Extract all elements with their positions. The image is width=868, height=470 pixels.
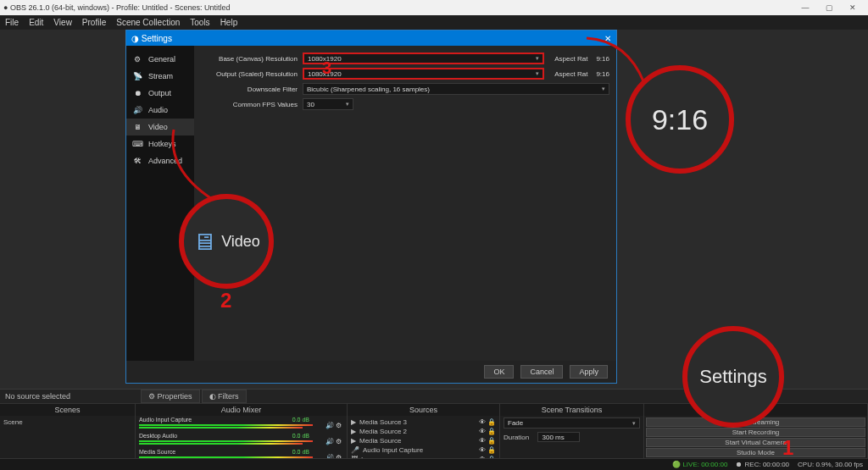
callout-video: 🖥 Video <box>179 194 274 289</box>
gear-icon: ⚙ <box>131 55 143 64</box>
mixer-channel[interactable]: Desktop Audio 0.0 dB 🔊 ⚙ <box>139 434 343 442</box>
apply-button[interactable]: Apply <box>570 365 608 379</box>
menu-help[interactable]: Help <box>220 18 238 27</box>
media-icon: ▶ <box>351 418 356 426</box>
keyboard-icon: ⌨ <box>131 140 143 148</box>
aspect-ratio-label-2: Aspect Rat <box>554 70 587 78</box>
visibility-icon[interactable]: 👁 🔒 <box>479 437 496 445</box>
chevron-down-icon: ▾ <box>346 101 349 108</box>
dialog-icon: ◑ <box>131 34 139 43</box>
menu-edit[interactable]: Edit <box>29 18 43 27</box>
start-recording-button[interactable]: Start Recording <box>646 428 865 437</box>
maximize-button[interactable]: ▢ <box>817 3 841 12</box>
callout-aspect-label: 9:16 <box>652 103 708 136</box>
duration-label: Duration <box>504 434 529 441</box>
monitor-icon: 🖥 <box>192 228 216 256</box>
sources-header: Sources <box>348 404 499 416</box>
nav-hotkeys[interactable]: ⌨Hotkeys <box>126 135 194 152</box>
downscale-filter-combo[interactable]: Bicubic (Sharpened scaling, 16 samples)▾ <box>303 83 609 95</box>
window-titlebar: ● OBS 26.1.0 (64-bit, windows) - Profile… <box>0 0 868 15</box>
transitions-header: Scene Transitions <box>500 404 643 416</box>
speaker-icon: 🔊 <box>131 106 143 114</box>
tools-icon: 🛠 <box>131 157 143 165</box>
aspect-ratio-label: Aspect Rat <box>554 55 587 63</box>
mixer-channel[interactable]: Media Source 0.0 dB 🔊 ⚙ <box>139 451 343 458</box>
visibility-icon[interactable]: 👁 🔒 <box>479 418 496 426</box>
base-resolution-label: Base (Canvas) Resolution <box>201 55 303 63</box>
callout-aspect: 9:16 <box>626 65 734 174</box>
antenna-icon: 📡 <box>131 72 143 80</box>
nav-advanced[interactable]: 🛠Advanced <box>126 152 194 169</box>
speaker-gear-icon[interactable]: 🔊 ⚙ <box>326 422 342 429</box>
cancel-button[interactable]: Cancel <box>520 365 563 379</box>
nav-general[interactable]: ⚙General <box>126 51 194 68</box>
mic-icon: 🎤 <box>351 446 359 454</box>
media-icon: ▶ <box>351 428 356 435</box>
chevron-down-icon: ▾ <box>536 70 539 77</box>
nav-audio[interactable]: 🔊Audio <box>126 102 194 119</box>
nav-video[interactable]: 🖥Video <box>126 119 194 135</box>
annotation-number-3: 3 <box>322 58 331 78</box>
mixer-channel[interactable]: Audio Input Capture 0.0 dB 🔊 ⚙ <box>139 418 343 426</box>
minimize-button[interactable]: — <box>793 3 817 12</box>
media-icon: ▶ <box>351 437 356 445</box>
nav-stream[interactable]: 📡Stream <box>126 68 194 85</box>
close-button[interactable]: ✕ <box>841 3 865 12</box>
preview-area: ◑ Settings ✕ ⚙General 📡Stream ⏺Output 🔊A… <box>0 30 868 389</box>
visibility-icon[interactable]: 👁 🔒 <box>479 428 496 435</box>
dialog-titlebar[interactable]: ◑ Settings ✕ <box>126 30 616 46</box>
callout-settings-label: Settings <box>699 366 767 388</box>
source-item[interactable]: ▶Media Source 3👁 🔒 <box>351 417 496 427</box>
menu-file[interactable]: File <box>5 18 19 27</box>
transition-combo[interactable]: Fade▾ <box>504 417 640 429</box>
base-resolution-combo[interactable]: 1080x1920▾ <box>303 53 544 64</box>
app-icon: ● <box>3 3 8 12</box>
source-item[interactable]: 🎤Audio Input Capture👁 🔒 <box>351 445 496 455</box>
fps-combo[interactable]: 30▾ <box>303 98 353 110</box>
menu-profile[interactable]: Profile <box>82 18 106 27</box>
chevron-down-icon: ▾ <box>602 86 605 92</box>
dialog-buttons: OK Cancel Apply <box>126 361 616 383</box>
nav-output[interactable]: ⏺Output <box>126 85 194 102</box>
annotation-number-2: 2 <box>220 289 231 312</box>
record-icon: ⏺ <box>131 89 143 97</box>
studio-mode-button[interactable]: Studio Mode <box>646 448 865 457</box>
scene-item[interactable]: Scene <box>3 417 131 427</box>
no-source-label: No source selected <box>5 392 141 401</box>
settings-nav: ⚙General 📡Stream ⏺Output 🔊Audio 🖥Video ⌨… <box>126 46 194 361</box>
menu-view[interactable]: View <box>53 18 72 27</box>
status-live: 🟢 LIVE: 00:00:00 <box>672 461 727 468</box>
window-title: OBS 26.1.0 (64-bit, windows) - Profile: … <box>10 3 793 12</box>
status-rec: ⏺ REC: 00:00:00 <box>736 461 789 468</box>
status-bar: 🟢 LIVE: 00:00:00 ⏺ REC: 00:00:00 CPU: 0.… <box>0 458 868 470</box>
output-resolution-label: Output (Scaled) Resolution <box>201 70 303 78</box>
menu-scene-collection[interactable]: Scene Collection <box>116 18 180 27</box>
aspect-ratio-value: 9:16 <box>596 55 609 63</box>
source-item[interactable]: ▶Media Source👁 🔒 <box>351 436 496 445</box>
chevron-down-icon: ▾ <box>536 55 539 62</box>
properties-button[interactable]: ⚙ Properties <box>141 390 200 403</box>
menubar: File Edit View Profile Scene Collection … <box>0 15 868 30</box>
mixer-header: Audio Mixer <box>136 404 347 416</box>
settings-content: Base (Canvas) Resolution 1080x1920▾ Aspe… <box>194 46 616 361</box>
ok-button[interactable]: OK <box>484 365 514 379</box>
source-item[interactable]: ▶Media Source 2👁 🔒 <box>351 427 496 436</box>
output-resolution-combo[interactable]: 1080x1920▾ <box>303 68 544 80</box>
speaker-gear-icon[interactable]: 🔊 ⚙ <box>326 438 342 445</box>
callout-settings: Settings <box>682 326 784 428</box>
status-cpu: CPU: 0.9%, 30.00 fps <box>798 461 863 468</box>
aspect-ratio-value-2: 9:16 <box>596 70 609 78</box>
dialog-close-button[interactable]: ✕ <box>604 34 611 43</box>
duration-field[interactable]: 300 ms <box>537 432 580 442</box>
monitor-icon: 🖥 <box>131 123 143 131</box>
visibility-icon[interactable]: 👁 🔒 <box>479 446 496 454</box>
start-virtual-camera-button[interactable]: Start Virtual Camera <box>646 438 865 447</box>
fps-label: Common FPS Values <box>201 101 303 108</box>
annotation-number-1: 1 <box>782 436 793 460</box>
downscale-filter-label: Downscale Filter <box>201 86 303 93</box>
dialog-title: Settings <box>142 34 172 43</box>
menu-tools[interactable]: Tools <box>190 18 209 27</box>
scenes-header: Scenes <box>0 404 135 416</box>
filters-button[interactable]: ◐ Filters <box>202 390 247 403</box>
callout-video-label: Video <box>221 233 260 251</box>
